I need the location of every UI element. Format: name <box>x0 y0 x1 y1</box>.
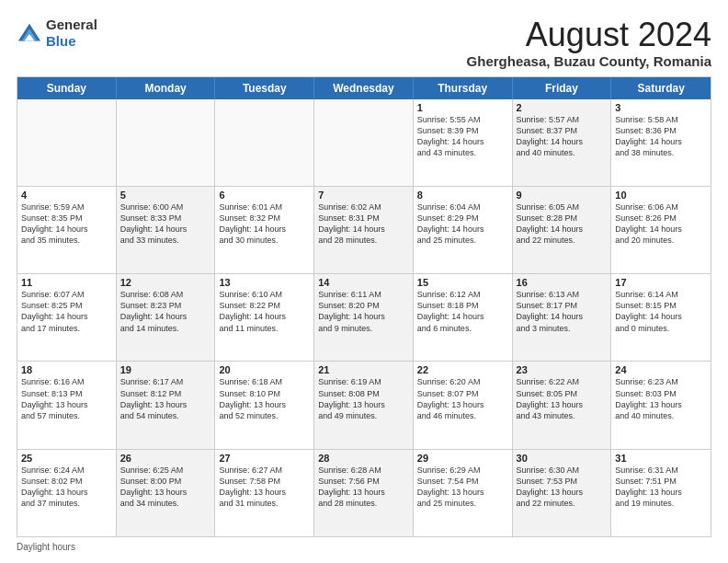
day-info: Sunrise: 5:57 AM Sunset: 8:37 PM Dayligh… <box>517 114 608 159</box>
day-of-week-tuesday: Tuesday <box>215 77 314 99</box>
day-info: Sunrise: 6:00 AM Sunset: 8:33 PM Dayligh… <box>120 201 211 247</box>
day-cell-4: 4Sunrise: 5:59 AM Sunset: 8:35 PM Daylig… <box>17 187 117 273</box>
day-info: Sunrise: 6:07 AM Sunset: 8:25 PM Dayligh… <box>21 289 112 334</box>
day-info: Sunrise: 6:16 AM Sunset: 8:13 PM Dayligh… <box>21 376 112 421</box>
day-number: 1 <box>417 102 508 113</box>
day-info: Sunrise: 6:25 AM Sunset: 8:00 PM Dayligh… <box>120 465 211 510</box>
day-cell-21: 21Sunrise: 6:19 AM Sunset: 8:08 PM Dayli… <box>314 362 414 448</box>
day-info: Sunrise: 6:06 AM Sunset: 8:26 PM Dayligh… <box>615 201 707 247</box>
day-cell-31: 31Sunrise: 6:31 AM Sunset: 7:51 PM Dayli… <box>611 450 711 536</box>
day-cell-2: 2Sunrise: 5:57 AM Sunset: 8:37 PM Daylig… <box>513 99 612 186</box>
day-number: 19 <box>120 364 211 375</box>
logo-blue: Blue <box>46 33 76 49</box>
header: General Blue August 2024 Ghergheasa, Buz… <box>17 17 711 69</box>
day-number: 18 <box>21 364 112 375</box>
calendar-body: 1Sunrise: 5:55 AM Sunset: 8:39 PM Daylig… <box>17 99 711 536</box>
day-cell-23: 23Sunrise: 6:22 AM Sunset: 8:05 PM Dayli… <box>513 362 612 448</box>
day-cell-12: 12Sunrise: 6:08 AM Sunset: 8:23 PM Dayli… <box>117 274 216 361</box>
day-info: Sunrise: 6:20 AM Sunset: 8:07 PM Dayligh… <box>417 376 508 421</box>
day-info: Sunrise: 6:08 AM Sunset: 8:23 PM Dayligh… <box>120 289 211 334</box>
empty-cell <box>314 99 414 186</box>
day-cell-19: 19Sunrise: 6:17 AM Sunset: 8:12 PM Dayli… <box>117 362 216 448</box>
day-cell-13: 13Sunrise: 6:10 AM Sunset: 8:22 PM Dayli… <box>215 274 314 361</box>
day-info: Sunrise: 6:31 AM Sunset: 7:51 PM Dayligh… <box>615 465 707 510</box>
day-info: Sunrise: 6:18 AM Sunset: 8:10 PM Dayligh… <box>219 376 310 421</box>
day-info: Sunrise: 6:01 AM Sunset: 8:32 PM Dayligh… <box>219 201 310 247</box>
day-cell-8: 8Sunrise: 6:04 AM Sunset: 8:29 PM Daylig… <box>414 187 513 273</box>
day-number: 25 <box>21 453 112 464</box>
day-number: 28 <box>318 453 409 464</box>
calendar-row-1: 1Sunrise: 5:55 AM Sunset: 8:39 PM Daylig… <box>17 99 711 186</box>
day-number: 27 <box>219 453 310 464</box>
day-info: Sunrise: 5:59 AM Sunset: 8:35 PM Dayligh… <box>21 201 112 247</box>
day-cell-29: 29Sunrise: 6:29 AM Sunset: 7:54 PM Dayli… <box>414 450 513 536</box>
day-cell-6: 6Sunrise: 6:01 AM Sunset: 8:32 PM Daylig… <box>215 187 314 273</box>
calendar: SundayMondayTuesdayWednesdayThursdayFrid… <box>17 76 711 537</box>
logo: General Blue <box>17 17 97 50</box>
day-cell-17: 17Sunrise: 6:14 AM Sunset: 8:15 PM Dayli… <box>611 274 711 361</box>
calendar-header: SundayMondayTuesdayWednesdayThursdayFrid… <box>17 77 711 99</box>
day-number: 10 <box>615 190 707 201</box>
title-block: August 2024 Ghergheasa, Buzau County, Ro… <box>467 17 711 69</box>
day-info: Sunrise: 6:28 AM Sunset: 7:56 PM Dayligh… <box>318 465 409 510</box>
logo-general: General <box>46 17 97 32</box>
day-of-week-friday: Friday <box>513 77 612 99</box>
day-of-week-monday: Monday <box>117 77 216 99</box>
day-number: 3 <box>615 102 707 113</box>
day-number: 2 <box>517 102 608 113</box>
calendar-row-3: 11Sunrise: 6:07 AM Sunset: 8:25 PM Dayli… <box>17 273 711 361</box>
day-info: Sunrise: 6:11 AM Sunset: 8:20 PM Dayligh… <box>318 289 409 334</box>
day-number: 20 <box>219 364 310 375</box>
day-info: Sunrise: 6:02 AM Sunset: 8:31 PM Dayligh… <box>318 201 409 247</box>
day-number: 11 <box>21 277 112 288</box>
day-cell-30: 30Sunrise: 6:30 AM Sunset: 7:53 PM Dayli… <box>513 450 612 536</box>
day-number: 7 <box>318 190 409 201</box>
day-info: Sunrise: 6:05 AM Sunset: 8:28 PM Dayligh… <box>517 201 608 247</box>
day-info: Sunrise: 6:14 AM Sunset: 8:15 PM Dayligh… <box>615 289 707 334</box>
day-info: Sunrise: 6:29 AM Sunset: 7:54 PM Dayligh… <box>417 465 508 510</box>
day-cell-14: 14Sunrise: 6:11 AM Sunset: 8:20 PM Dayli… <box>314 274 414 361</box>
day-number: 12 <box>120 277 211 288</box>
day-cell-15: 15Sunrise: 6:12 AM Sunset: 8:18 PM Dayli… <box>414 274 513 361</box>
day-number: 30 <box>517 453 608 464</box>
day-number: 4 <box>21 190 112 201</box>
calendar-row-4: 18Sunrise: 6:16 AM Sunset: 8:13 PM Dayli… <box>17 361 711 448</box>
day-number: 8 <box>417 190 508 201</box>
day-of-week-wednesday: Wednesday <box>314 77 414 99</box>
day-cell-9: 9Sunrise: 6:05 AM Sunset: 8:28 PM Daylig… <box>513 187 612 273</box>
day-info: Sunrise: 6:30 AM Sunset: 7:53 PM Dayligh… <box>517 465 608 510</box>
day-of-week-sunday: Sunday <box>17 77 117 99</box>
day-cell-24: 24Sunrise: 6:23 AM Sunset: 8:03 PM Dayli… <box>611 362 711 448</box>
day-cell-10: 10Sunrise: 6:06 AM Sunset: 8:26 PM Dayli… <box>611 187 711 273</box>
day-cell-3: 3Sunrise: 5:58 AM Sunset: 8:36 PM Daylig… <box>611 99 711 186</box>
day-number: 26 <box>120 453 211 464</box>
day-number: 17 <box>615 277 707 288</box>
day-number: 9 <box>517 190 608 201</box>
day-number: 13 <box>219 277 310 288</box>
day-cell-27: 27Sunrise: 6:27 AM Sunset: 7:58 PM Dayli… <box>215 450 314 536</box>
day-cell-26: 26Sunrise: 6:25 AM Sunset: 8:00 PM Dayli… <box>117 450 216 536</box>
logo-icon <box>17 20 42 46</box>
day-info: Sunrise: 6:13 AM Sunset: 8:17 PM Dayligh… <box>517 289 608 334</box>
day-number: 5 <box>120 190 211 201</box>
day-info: Sunrise: 5:58 AM Sunset: 8:36 PM Dayligh… <box>615 114 707 159</box>
day-info: Sunrise: 6:12 AM Sunset: 8:18 PM Dayligh… <box>417 289 508 334</box>
day-cell-16: 16Sunrise: 6:13 AM Sunset: 8:17 PM Dayli… <box>513 274 612 361</box>
page: General Blue August 2024 Ghergheasa, Buz… <box>0 0 728 563</box>
empty-cell <box>17 99 117 186</box>
empty-cell <box>117 99 216 186</box>
day-number: 14 <box>318 277 409 288</box>
day-info: Sunrise: 6:17 AM Sunset: 8:12 PM Dayligh… <box>120 376 211 421</box>
day-info: Sunrise: 6:10 AM Sunset: 8:22 PM Dayligh… <box>219 289 310 334</box>
day-of-week-saturday: Saturday <box>611 77 711 99</box>
day-number: 15 <box>417 277 508 288</box>
calendar-row-5: 25Sunrise: 6:24 AM Sunset: 8:02 PM Dayli… <box>17 449 711 536</box>
day-number: 6 <box>219 190 310 201</box>
day-cell-28: 28Sunrise: 6:28 AM Sunset: 7:56 PM Dayli… <box>314 450 414 536</box>
day-info: Sunrise: 6:23 AM Sunset: 8:03 PM Dayligh… <box>615 376 707 421</box>
location: Ghergheasa, Buzau County, Romania <box>467 53 711 69</box>
day-cell-22: 22Sunrise: 6:20 AM Sunset: 8:07 PM Dayli… <box>414 362 513 448</box>
day-number: 21 <box>318 364 409 375</box>
day-cell-11: 11Sunrise: 6:07 AM Sunset: 8:25 PM Dayli… <box>17 274 117 361</box>
day-cell-25: 25Sunrise: 6:24 AM Sunset: 8:02 PM Dayli… <box>17 450 117 536</box>
